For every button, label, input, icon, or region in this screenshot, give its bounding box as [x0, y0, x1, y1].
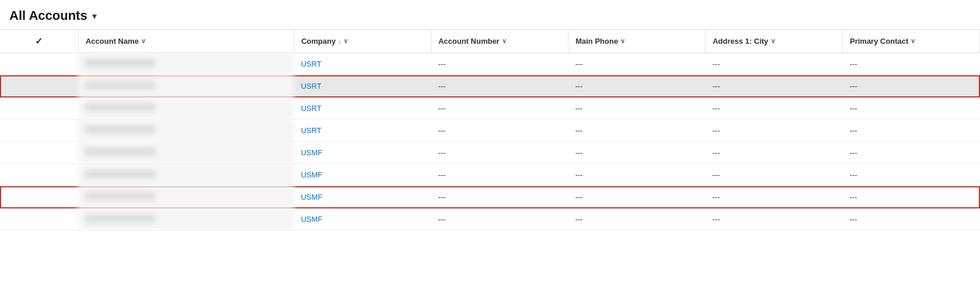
- col-label-account-number: Account Number: [438, 37, 500, 46]
- col-sort-chevron-address-city: ∨: [771, 37, 775, 45]
- cell-account-number: ---: [431, 186, 568, 208]
- cell-main-phone: ---: [568, 208, 705, 231]
- col-label-account-name: Account Name: [86, 37, 139, 46]
- col-header-company[interactable]: Company ↓ ∨: [294, 30, 431, 53]
- accounts-table-wrapper: ✓ Account Name ∨ Company ↓ ∨: [0, 29, 980, 231]
- company-link[interactable]: USRT: [301, 104, 321, 113]
- cell-account-number: ---: [431, 142, 568, 164]
- cell-main-phone: ---: [568, 97, 705, 120]
- company-link[interactable]: USMF: [301, 215, 322, 224]
- page-header: All Accounts ▾: [0, 0, 980, 29]
- table-row[interactable]: USRT------------: [0, 53, 980, 75]
- col-sort-down-company: ↓: [338, 38, 342, 45]
- cell-main-phone: ---: [568, 142, 705, 164]
- col-sort-chevron-primary-contact: ∨: [911, 37, 915, 45]
- cell-primary-contact: ---: [842, 53, 979, 75]
- cell-primary-contact: ---: [842, 75, 979, 97]
- col-label-primary-contact: Primary Contact: [850, 37, 908, 46]
- cell-company[interactable]: USRT: [294, 53, 431, 75]
- col-header-check[interactable]: ✓: [0, 30, 78, 53]
- cell-company[interactable]: USMF: [294, 186, 431, 208]
- page-title: All Accounts: [9, 8, 87, 23]
- company-link[interactable]: USMF: [301, 193, 322, 201]
- company-link[interactable]: USMF: [301, 170, 322, 179]
- table-row[interactable]: USRT------------: [0, 120, 980, 142]
- cell-account-number: ---: [431, 97, 568, 120]
- cell-primary-contact: ---: [842, 142, 979, 164]
- cell-company[interactable]: USMF: [294, 142, 431, 164]
- cell-address-city: ---: [705, 97, 842, 120]
- cell-primary-contact: ---: [842, 120, 979, 142]
- table-header-row: ✓ Account Name ∨ Company ↓ ∨: [0, 30, 980, 53]
- table-row[interactable]: USRT------------: [0, 97, 980, 120]
- cell-check[interactable]: [0, 208, 78, 231]
- cell-primary-contact: ---: [842, 186, 979, 208]
- cell-primary-contact: ---: [842, 164, 979, 186]
- table-row[interactable]: USMF------------: [0, 142, 980, 164]
- cell-check[interactable]: [0, 53, 78, 75]
- company-link[interactable]: USRT: [301, 126, 321, 135]
- col-header-primary-contact[interactable]: Primary Contact ∨: [842, 30, 979, 53]
- col-label-address-city: Address 1: City: [712, 37, 768, 46]
- col-label-company: Company: [301, 37, 336, 46]
- table-row[interactable]: USRT------------: [0, 75, 980, 97]
- cell-address-city: ---: [705, 186, 842, 208]
- cell-account-name[interactable]: [78, 120, 294, 142]
- cell-account-name[interactable]: [78, 164, 294, 186]
- cell-account-number: ---: [431, 53, 568, 75]
- table-row[interactable]: USMF------------: [0, 186, 980, 208]
- cell-account-number: ---: [431, 208, 568, 231]
- cell-account-number: ---: [431, 75, 568, 97]
- cell-primary-contact: ---: [842, 97, 979, 120]
- cell-check[interactable]: [0, 97, 78, 120]
- cell-check[interactable]: [0, 186, 78, 208]
- cell-account-number: ---: [431, 120, 568, 142]
- cell-check[interactable]: [0, 75, 78, 97]
- cell-primary-contact: ---: [842, 208, 979, 231]
- cell-check[interactable]: [0, 120, 78, 142]
- table-row[interactable]: USMF------------: [0, 208, 980, 231]
- cell-account-name[interactable]: [78, 142, 294, 164]
- cell-main-phone: ---: [568, 164, 705, 186]
- cell-main-phone: ---: [568, 75, 705, 97]
- cell-address-city: ---: [705, 75, 842, 97]
- header-checkmark-icon: ✓: [35, 36, 43, 46]
- col-header-account-name[interactable]: Account Name ∨: [78, 30, 294, 53]
- cell-address-city: ---: [705, 164, 842, 186]
- cell-company[interactable]: USRT: [294, 120, 431, 142]
- title-chevron-icon[interactable]: ▾: [92, 11, 97, 22]
- col-header-account-number[interactable]: Account Number ∨: [431, 30, 568, 53]
- cell-address-city: ---: [705, 120, 842, 142]
- company-link[interactable]: USRT: [301, 60, 321, 68]
- cell-main-phone: ---: [568, 186, 705, 208]
- col-sort-chevron-company: ∨: [343, 37, 348, 45]
- col-sort-chevron-main-phone: ∨: [620, 37, 625, 45]
- col-header-address-city[interactable]: Address 1: City ∨: [705, 30, 842, 53]
- cell-account-name[interactable]: [78, 75, 294, 97]
- cell-company[interactable]: USRT: [294, 75, 431, 97]
- cell-account-name[interactable]: [78, 186, 294, 208]
- cell-account-name[interactable]: [78, 53, 294, 75]
- cell-address-city: ---: [705, 208, 842, 231]
- cell-check[interactable]: [0, 164, 78, 186]
- col-sort-chevron-account-number: ∨: [502, 37, 507, 45]
- col-label-main-phone: Main Phone: [575, 37, 618, 46]
- cell-account-name[interactable]: [78, 97, 294, 120]
- cell-company[interactable]: USRT: [294, 97, 431, 120]
- cell-address-city: ---: [705, 53, 842, 75]
- cell-check[interactable]: [0, 142, 78, 164]
- company-link[interactable]: USRT: [301, 82, 321, 90]
- table-row[interactable]: USMF------------: [0, 164, 980, 186]
- cell-account-number: ---: [431, 164, 568, 186]
- cell-address-city: ---: [705, 142, 842, 164]
- company-link[interactable]: USMF: [301, 148, 322, 157]
- accounts-table: ✓ Account Name ∨ Company ↓ ∨: [0, 29, 980, 231]
- cell-account-name[interactable]: [78, 208, 294, 231]
- col-sort-chevron-account-name: ∨: [141, 37, 146, 45]
- cell-main-phone: ---: [568, 120, 705, 142]
- cell-company[interactable]: USMF: [294, 208, 431, 231]
- col-header-main-phone[interactable]: Main Phone ∨: [568, 30, 705, 53]
- cell-company[interactable]: USMF: [294, 164, 431, 186]
- cell-main-phone: ---: [568, 53, 705, 75]
